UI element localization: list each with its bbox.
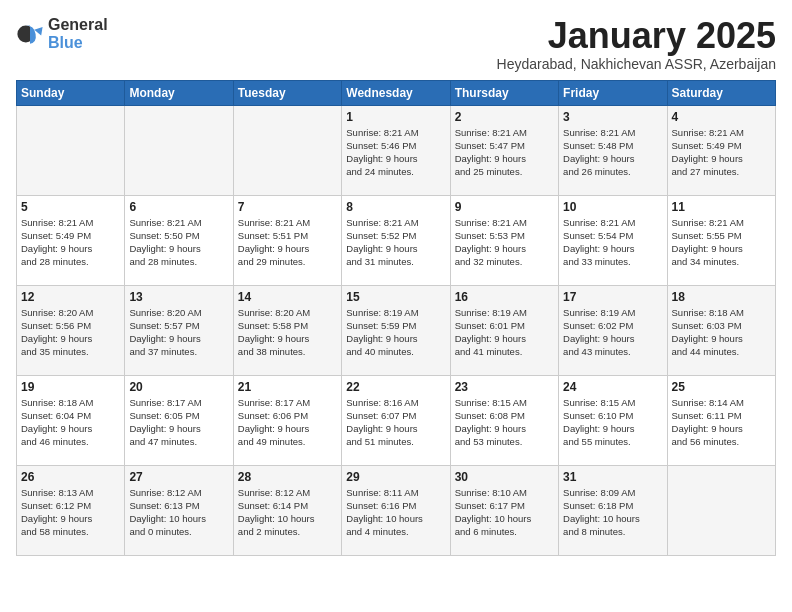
day-header-tuesday: Tuesday <box>233 80 341 105</box>
day-info: Sunrise: 8:12 AM Sunset: 6:14 PM Dayligh… <box>238 486 337 539</box>
day-info: Sunrise: 8:17 AM Sunset: 6:05 PM Dayligh… <box>129 396 228 449</box>
day-number: 15 <box>346 290 445 304</box>
day-header-wednesday: Wednesday <box>342 80 450 105</box>
title-block: January 2025 Heydarabad, Nakhichevan ASS… <box>497 16 776 72</box>
day-number: 16 <box>455 290 554 304</box>
day-number: 2 <box>455 110 554 124</box>
calendar-cell: 22Sunrise: 8:16 AM Sunset: 6:07 PM Dayli… <box>342 375 450 465</box>
calendar-cell: 18Sunrise: 8:18 AM Sunset: 6:03 PM Dayli… <box>667 285 775 375</box>
calendar-cell: 26Sunrise: 8:13 AM Sunset: 6:12 PM Dayli… <box>17 465 125 555</box>
calendar-cell: 10Sunrise: 8:21 AM Sunset: 5:54 PM Dayli… <box>559 195 667 285</box>
day-info: Sunrise: 8:16 AM Sunset: 6:07 PM Dayligh… <box>346 396 445 449</box>
calendar-cell: 20Sunrise: 8:17 AM Sunset: 6:05 PM Dayli… <box>125 375 233 465</box>
logo-general: General <box>48 16 108 33</box>
day-info: Sunrise: 8:11 AM Sunset: 6:16 PM Dayligh… <box>346 486 445 539</box>
day-number: 24 <box>563 380 662 394</box>
location-title: Heydarabad, Nakhichevan ASSR, Azerbaijan <box>497 56 776 72</box>
calendar-cell: 30Sunrise: 8:10 AM Sunset: 6:17 PM Dayli… <box>450 465 558 555</box>
day-number: 12 <box>21 290 120 304</box>
day-info: Sunrise: 8:13 AM Sunset: 6:12 PM Dayligh… <box>21 486 120 539</box>
calendar-cell: 27Sunrise: 8:12 AM Sunset: 6:13 PM Dayli… <box>125 465 233 555</box>
day-number: 8 <box>346 200 445 214</box>
day-number: 7 <box>238 200 337 214</box>
day-number: 11 <box>672 200 771 214</box>
day-info: Sunrise: 8:14 AM Sunset: 6:11 PM Dayligh… <box>672 396 771 449</box>
day-info: Sunrise: 8:17 AM Sunset: 6:06 PM Dayligh… <box>238 396 337 449</box>
day-info: Sunrise: 8:19 AM Sunset: 5:59 PM Dayligh… <box>346 306 445 359</box>
logo-icon <box>16 20 44 48</box>
day-number: 30 <box>455 470 554 484</box>
calendar-cell: 17Sunrise: 8:19 AM Sunset: 6:02 PM Dayli… <box>559 285 667 375</box>
day-info: Sunrise: 8:21 AM Sunset: 5:49 PM Dayligh… <box>21 216 120 269</box>
page-header: General Blue January 2025 Heydarabad, Na… <box>16 16 776 72</box>
day-info: Sunrise: 8:21 AM Sunset: 5:55 PM Dayligh… <box>672 216 771 269</box>
calendar-cell: 13Sunrise: 8:20 AM Sunset: 5:57 PM Dayli… <box>125 285 233 375</box>
day-number: 22 <box>346 380 445 394</box>
calendar-header-row: SundayMondayTuesdayWednesdayThursdayFrid… <box>17 80 776 105</box>
day-info: Sunrise: 8:21 AM Sunset: 5:48 PM Dayligh… <box>563 126 662 179</box>
calendar-cell: 29Sunrise: 8:11 AM Sunset: 6:16 PM Dayli… <box>342 465 450 555</box>
day-info: Sunrise: 8:18 AM Sunset: 6:03 PM Dayligh… <box>672 306 771 359</box>
calendar-cell: 21Sunrise: 8:17 AM Sunset: 6:06 PM Dayli… <box>233 375 341 465</box>
day-info: Sunrise: 8:15 AM Sunset: 6:10 PM Dayligh… <box>563 396 662 449</box>
calendar-cell: 12Sunrise: 8:20 AM Sunset: 5:56 PM Dayli… <box>17 285 125 375</box>
day-number: 17 <box>563 290 662 304</box>
day-info: Sunrise: 8:21 AM Sunset: 5:50 PM Dayligh… <box>129 216 228 269</box>
day-number: 13 <box>129 290 228 304</box>
day-number: 29 <box>346 470 445 484</box>
day-info: Sunrise: 8:20 AM Sunset: 5:57 PM Dayligh… <box>129 306 228 359</box>
calendar-cell: 7Sunrise: 8:21 AM Sunset: 5:51 PM Daylig… <box>233 195 341 285</box>
calendar-cell: 23Sunrise: 8:15 AM Sunset: 6:08 PM Dayli… <box>450 375 558 465</box>
calendar-cell: 1Sunrise: 8:21 AM Sunset: 5:46 PM Daylig… <box>342 105 450 195</box>
day-number: 14 <box>238 290 337 304</box>
calendar-cell: 6Sunrise: 8:21 AM Sunset: 5:50 PM Daylig… <box>125 195 233 285</box>
day-header-monday: Monday <box>125 80 233 105</box>
calendar-cell: 2Sunrise: 8:21 AM Sunset: 5:47 PM Daylig… <box>450 105 558 195</box>
day-number: 25 <box>672 380 771 394</box>
day-info: Sunrise: 8:21 AM Sunset: 5:53 PM Dayligh… <box>455 216 554 269</box>
day-info: Sunrise: 8:18 AM Sunset: 6:04 PM Dayligh… <box>21 396 120 449</box>
calendar-cell: 25Sunrise: 8:14 AM Sunset: 6:11 PM Dayli… <box>667 375 775 465</box>
day-info: Sunrise: 8:21 AM Sunset: 5:52 PM Dayligh… <box>346 216 445 269</box>
calendar-cell <box>125 105 233 195</box>
day-info: Sunrise: 8:19 AM Sunset: 6:02 PM Dayligh… <box>563 306 662 359</box>
calendar-cell: 16Sunrise: 8:19 AM Sunset: 6:01 PM Dayli… <box>450 285 558 375</box>
calendar-cell <box>667 465 775 555</box>
day-number: 26 <box>21 470 120 484</box>
day-number: 21 <box>238 380 337 394</box>
calendar-cell: 15Sunrise: 8:19 AM Sunset: 5:59 PM Dayli… <box>342 285 450 375</box>
day-number: 28 <box>238 470 337 484</box>
day-info: Sunrise: 8:21 AM Sunset: 5:54 PM Dayligh… <box>563 216 662 269</box>
day-info: Sunrise: 8:21 AM Sunset: 5:46 PM Dayligh… <box>346 126 445 179</box>
calendar-cell: 28Sunrise: 8:12 AM Sunset: 6:14 PM Dayli… <box>233 465 341 555</box>
day-info: Sunrise: 8:09 AM Sunset: 6:18 PM Dayligh… <box>563 486 662 539</box>
calendar-cell: 8Sunrise: 8:21 AM Sunset: 5:52 PM Daylig… <box>342 195 450 285</box>
calendar-cell: 14Sunrise: 8:20 AM Sunset: 5:58 PM Dayli… <box>233 285 341 375</box>
calendar-week-row: 12Sunrise: 8:20 AM Sunset: 5:56 PM Dayli… <box>17 285 776 375</box>
calendar-cell: 5Sunrise: 8:21 AM Sunset: 5:49 PM Daylig… <box>17 195 125 285</box>
calendar-cell: 31Sunrise: 8:09 AM Sunset: 6:18 PM Dayli… <box>559 465 667 555</box>
calendar-week-row: 19Sunrise: 8:18 AM Sunset: 6:04 PM Dayli… <box>17 375 776 465</box>
logo-blue: Blue <box>48 34 83 51</box>
day-header-sunday: Sunday <box>17 80 125 105</box>
day-info: Sunrise: 8:20 AM Sunset: 5:56 PM Dayligh… <box>21 306 120 359</box>
calendar-cell: 11Sunrise: 8:21 AM Sunset: 5:55 PM Dayli… <box>667 195 775 285</box>
day-number: 6 <box>129 200 228 214</box>
day-info: Sunrise: 8:10 AM Sunset: 6:17 PM Dayligh… <box>455 486 554 539</box>
calendar-cell: 24Sunrise: 8:15 AM Sunset: 6:10 PM Dayli… <box>559 375 667 465</box>
calendar-week-row: 1Sunrise: 8:21 AM Sunset: 5:46 PM Daylig… <box>17 105 776 195</box>
day-info: Sunrise: 8:21 AM Sunset: 5:49 PM Dayligh… <box>672 126 771 179</box>
calendar-week-row: 5Sunrise: 8:21 AM Sunset: 5:49 PM Daylig… <box>17 195 776 285</box>
day-number: 19 <box>21 380 120 394</box>
day-info: Sunrise: 8:19 AM Sunset: 6:01 PM Dayligh… <box>455 306 554 359</box>
day-number: 20 <box>129 380 228 394</box>
day-number: 27 <box>129 470 228 484</box>
day-info: Sunrise: 8:20 AM Sunset: 5:58 PM Dayligh… <box>238 306 337 359</box>
logo: General Blue <box>16 16 108 52</box>
day-number: 18 <box>672 290 771 304</box>
day-header-saturday: Saturday <box>667 80 775 105</box>
day-info: Sunrise: 8:12 AM Sunset: 6:13 PM Dayligh… <box>129 486 228 539</box>
day-number: 4 <box>672 110 771 124</box>
calendar-week-row: 26Sunrise: 8:13 AM Sunset: 6:12 PM Dayli… <box>17 465 776 555</box>
day-info: Sunrise: 8:21 AM Sunset: 5:47 PM Dayligh… <box>455 126 554 179</box>
